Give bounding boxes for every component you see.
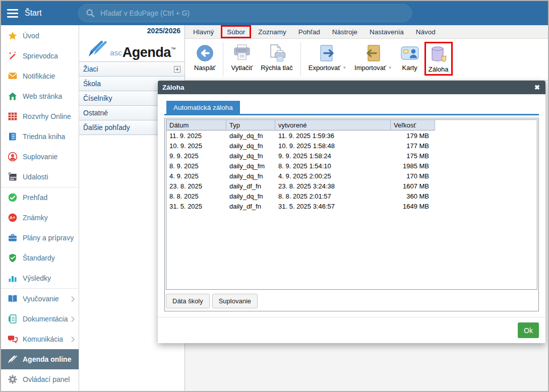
table-cell: daily_df_fn bbox=[226, 181, 275, 191]
dialog-title-bar[interactable]: Záloha ✖ bbox=[158, 81, 545, 94]
sidebar-item-rozvrhy-online[interactable]: Rozvrhy Online bbox=[1, 106, 79, 126]
table-cell: daily_dq_fm bbox=[226, 161, 275, 171]
table-row[interactable]: 31. 5. 2025daily_df_fn31. 5. 2025 3:46:5… bbox=[166, 201, 537, 211]
table-cell: 10. 9. 2025 bbox=[166, 141, 226, 151]
table-cell: daily_df_fn bbox=[226, 201, 275, 211]
agenda-menu-label: Číselníky bbox=[83, 94, 112, 102]
table-cell: 11. 9. 2025 1:59:36 bbox=[275, 130, 391, 141]
sidebar-item-zn-mky[interactable]: A+Známky bbox=[1, 208, 79, 228]
close-icon[interactable]: ✖ bbox=[534, 84, 540, 91]
sidebar-item-label: Sprievodca bbox=[23, 52, 58, 60]
button-d-ta-koly[interactable]: Dáta školy bbox=[166, 294, 210, 308]
table-cell: 8. 9. 2025 bbox=[166, 161, 226, 171]
column-header-typ[interactable]: Typ bbox=[226, 120, 275, 130]
sidebar-item-komunik-cia[interactable]: Komunikácia bbox=[1, 329, 79, 349]
toolbar-button-karty[interactable]: Karty bbox=[396, 42, 423, 73]
sidebar-item-preh-ad[interactable]: Prehľad bbox=[1, 187, 79, 208]
sidebar-item-ovl-dac-panel[interactable]: Ovládací panel bbox=[1, 369, 79, 389]
sidebar-item-pl-ny-a-pr-pravy[interactable]: Plány a prípravy bbox=[1, 228, 79, 248]
dialog-title: Záloha bbox=[158, 84, 185, 91]
agenda-menu-item--iaci[interactable]: Žiaci bbox=[79, 62, 185, 77]
menu-hlavn-[interactable]: Hlavný bbox=[187, 28, 220, 36]
table-row[interactable]: 23. 8. 2025daily_df_fn23. 8. 2025 3:24:3… bbox=[166, 181, 537, 191]
hamburger-menu-icon[interactable] bbox=[7, 7, 18, 20]
sidebar-item-notifik-cie[interactable]: Notifikácie bbox=[1, 66, 79, 86]
toolbar-button-label: Karty bbox=[402, 64, 417, 72]
chevron-right-icon bbox=[71, 316, 75, 322]
grades-icon: A+ bbox=[7, 212, 18, 223]
table-cell: 10. 9. 2025 1:58:48 bbox=[275, 141, 391, 151]
toolbar-button-nasp-[interactable]: Naspäť bbox=[190, 42, 219, 73]
communication-icon bbox=[7, 334, 18, 345]
table-cell: 11. 9. 2025 bbox=[166, 130, 226, 141]
logo-agenda-text: Agenda bbox=[123, 47, 171, 58]
table-cell: 23. 8. 2025 bbox=[166, 181, 226, 191]
sidebar-item--tandardy[interactable]: Štandardy bbox=[1, 248, 79, 268]
toolbar-separator bbox=[223, 42, 223, 77]
sidebar-item-triedna-kniha[interactable]: Triedna kniha bbox=[1, 126, 79, 147]
sidebar-item-suplovanie[interactable]: Suplovanie bbox=[1, 147, 79, 167]
teaching-icon bbox=[7, 293, 18, 304]
table-row[interactable]: 8. 9. 2025daily_dq_fm8. 9. 2025 1:54:101… bbox=[166, 161, 537, 171]
table-cell: daily_dq_fn bbox=[226, 191, 275, 201]
dropdown-arrow-icon[interactable]: ▼ bbox=[388, 66, 392, 70]
start-button[interactable]: Štart bbox=[25, 9, 42, 18]
sidebar-item-label: Web stránka bbox=[23, 92, 62, 100]
search-input[interactable] bbox=[100, 9, 404, 17]
ok-button[interactable]: Ok bbox=[518, 322, 539, 338]
dialog-tab-row: Automatická záloha bbox=[164, 101, 539, 114]
table-row[interactable]: 9. 9. 2025daily_dq_fn9. 9. 2025 1:58:241… bbox=[166, 151, 537, 161]
menu-nastavenia[interactable]: Nastavenia bbox=[363, 28, 410, 36]
sidebar-item-label: Suplovanie bbox=[23, 153, 57, 161]
toolbar-button-exportova-[interactable]: Exportovať▼ bbox=[304, 42, 350, 73]
sidebar-item-agenda-online[interactable]: Agenda online bbox=[1, 349, 79, 369]
dropdown-arrow-icon[interactable]: ▼ bbox=[342, 66, 346, 70]
table-row[interactable]: 8. 8. 2025daily_dq_fn8. 8. 2025 2:01:573… bbox=[166, 191, 537, 201]
expand-icon[interactable] bbox=[174, 66, 180, 73]
table-cell: 8. 9. 2025 1:54:10 bbox=[275, 161, 391, 171]
table-cell: 1985 MB bbox=[391, 161, 435, 171]
sidebar-item-v-sledky[interactable]: Výsledky bbox=[1, 268, 79, 288]
button-suplovanie[interactable]: Suplovanie bbox=[212, 294, 258, 308]
sidebar-item-label: Ovládací panel bbox=[23, 375, 70, 383]
toolbar-button-label: Exportovať▼ bbox=[309, 64, 346, 72]
toolbar-label-text: Importovať bbox=[354, 64, 386, 72]
toolbar-button-vytla-i-[interactable]: Vytlačiť bbox=[227, 42, 257, 73]
left-sidebar: ÚvodSprievodcaNotifikácieWeb stránkaRozv… bbox=[1, 25, 79, 391]
sidebar-item-web-str-nka[interactable]: Web stránka bbox=[1, 86, 79, 106]
backup-table: DátumTypvytvorenéVeľkosť 11. 9. 2025dail… bbox=[166, 119, 537, 290]
sidebar-item-udalosti[interactable]: Udalosti bbox=[1, 167, 79, 187]
toolbar-button-importova-[interactable]: Importovať▼ bbox=[350, 42, 396, 73]
column-header-d-tum[interactable]: Dátum bbox=[166, 120, 226, 130]
table-cell: 31. 5. 2025 3:46:57 bbox=[275, 201, 391, 211]
sidebar-item-label: Štandardy bbox=[23, 254, 55, 262]
menu-poh-ad[interactable]: Pohľad bbox=[292, 28, 326, 36]
table-row[interactable]: 11. 9. 2025daily_dq_fn11. 9. 2025 1:59:3… bbox=[166, 130, 537, 141]
menu-n-stroje[interactable]: Nástroje bbox=[326, 28, 363, 36]
sidebar-item-vyu-ovanie[interactable]: Vyučovanie bbox=[1, 289, 79, 309]
sidebar-item--vod[interactable]: Úvod bbox=[1, 26, 79, 46]
tab-automatic-backup[interactable]: Automatická záloha bbox=[166, 101, 240, 114]
toolbar-button-z-loha[interactable]: Záloha bbox=[424, 42, 453, 76]
sidebar-item-sprievodca[interactable]: Sprievodca bbox=[1, 46, 79, 66]
print-icon bbox=[232, 43, 252, 63]
menu-zoznamy[interactable]: Zoznamy bbox=[252, 28, 292, 36]
sidebar-item-label: Udalosti bbox=[23, 173, 48, 181]
table-row[interactable]: 10. 9. 2025daily_dq_fn10. 9. 2025 1:58:4… bbox=[166, 141, 537, 151]
column-header-vytvoren-[interactable]: vytvorené bbox=[275, 120, 391, 130]
table-row[interactable]: 4. 9. 2025daily_dq_fn4. 9. 2025 2:00:251… bbox=[166, 171, 537, 181]
agenda-pencil-icon bbox=[7, 354, 18, 365]
sidebar-item-label: Agenda online bbox=[23, 355, 71, 363]
cards-icon bbox=[400, 43, 419, 63]
star-icon bbox=[7, 30, 18, 41]
chevron-right-icon bbox=[71, 336, 75, 343]
menu-s-bor[interactable]: Súbor bbox=[221, 25, 251, 38]
dialog-footer: Ok bbox=[158, 317, 545, 343]
menu-n-vod[interactable]: Návod bbox=[410, 28, 442, 36]
sidebar-item-dokument-cia[interactable]: Dokumentácia bbox=[1, 309, 79, 329]
search-box[interactable] bbox=[78, 4, 412, 22]
column-header-ve-kos-[interactable]: Veľkosť bbox=[391, 120, 435, 130]
table-cell: 9. 9. 2025 bbox=[166, 151, 226, 161]
table-cell: 177 MB bbox=[391, 141, 435, 151]
toolbar-button-r-chla-tla-[interactable]: Rýchla tlač bbox=[257, 42, 297, 73]
